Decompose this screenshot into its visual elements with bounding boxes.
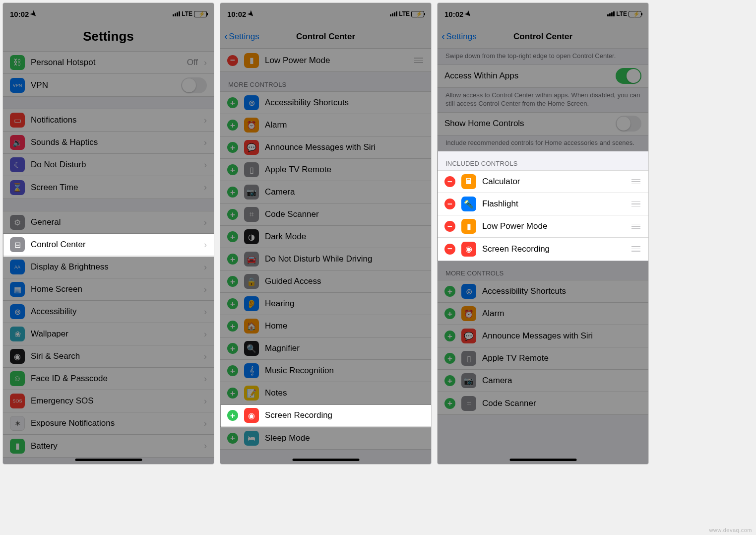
row-display-brightness[interactable]: AADisplay & Brightness›	[3, 256, 214, 278]
add-button[interactable]: +	[227, 254, 238, 265]
row-notifications[interactable]: ▭Notifications›	[3, 109, 214, 132]
row-sounds-haptics[interactable]: 🔉Sounds & Haptics›	[3, 132, 214, 154]
add-button[interactable]: +	[227, 142, 238, 153]
row-label: Sleep Mode	[265, 433, 424, 443]
add-button[interactable]: +	[227, 120, 238, 131]
row-emergency-sos[interactable]: SOSEmergency SOS›	[3, 390, 214, 412]
add-button[interactable]: +	[227, 388, 238, 399]
row-screen-recording[interactable]: +◉Screen Recording	[220, 404, 431, 427]
drag-handle-icon[interactable]	[630, 201, 641, 207]
row-alarm[interactable]: +⏰Alarm	[438, 303, 648, 325]
row-face-id-passcode[interactable]: ☺Face ID & Passcode›	[3, 368, 214, 390]
row-dark-mode[interactable]: +◑Dark Mode	[220, 226, 431, 248]
row-accessibility-shortcuts[interactable]: +⊚Accessibility Shortcuts	[438, 280, 648, 303]
row-announce-messages-siri[interactable]: +💬Announce Messages with Siri	[438, 325, 648, 347]
status-time: 10:02	[227, 10, 246, 18]
row-wallpaper[interactable]: ❀Wallpaper›	[3, 323, 214, 345]
row-do-not-disturb[interactable]: ☾Do Not Disturb›	[3, 154, 214, 176]
row-code-scanner[interactable]: +⌗Code Scanner	[220, 203, 431, 226]
toggle[interactable]	[616, 116, 641, 132]
home-indicator[interactable]	[292, 459, 359, 461]
row-label: Announce Messages with Siri	[482, 331, 641, 341]
back-button[interactable]: ‹ Settings	[224, 25, 259, 48]
row-code-scanner[interactable]: +⌗Code Scanner	[438, 392, 648, 414]
add-button[interactable]: +	[444, 286, 455, 297]
add-button[interactable]: +	[227, 97, 238, 108]
add-button[interactable]: +	[444, 398, 455, 409]
row-announce-messages-siri[interactable]: +💬Announce Messages with Siri	[220, 136, 431, 159]
add-button[interactable]: +	[227, 365, 238, 376]
row-accessibility[interactable]: ⊚Accessibility›	[3, 301, 214, 323]
add-button[interactable]: +	[227, 231, 238, 242]
chevron-right-icon: ›	[204, 137, 207, 148]
row-do-not-disturb-driving[interactable]: +🚘Do Not Disturb While Driving	[220, 248, 431, 270]
add-button[interactable]: +	[227, 343, 238, 354]
back-button[interactable]: ‹ Settings	[441, 25, 477, 48]
add-button[interactable]: +	[444, 375, 455, 386]
signal-icon	[607, 11, 615, 16]
remove-button[interactable]: −	[444, 221, 455, 232]
row-guided-access[interactable]: +🔒Guided Access	[220, 270, 431, 293]
row-camera[interactable]: +📷Camera	[220, 181, 431, 203]
row-label: Low Power Mode	[265, 56, 407, 66]
row-vpn[interactable]: VPNVPN	[3, 74, 214, 96]
drag-handle-icon[interactable]	[630, 246, 641, 252]
add-button[interactable]: +	[227, 410, 238, 421]
row-magnifier[interactable]: +🔍Magnifier	[220, 337, 431, 360]
row-hearing[interactable]: +👂Hearing	[220, 293, 431, 315]
drag-handle-icon[interactable]	[630, 224, 641, 229]
code-scanner-icon: ⌗	[461, 396, 476, 411]
add-button[interactable]: +	[444, 308, 455, 319]
section-header: MORE CONTROLS	[220, 72, 431, 91]
row-access-within-apps[interactable]: Access Within Apps	[438, 65, 648, 87]
row-screen-recording[interactable]: −◉Screen Recording	[438, 238, 648, 260]
add-button[interactable]: +	[227, 187, 238, 198]
drag-handle-icon[interactable]	[413, 58, 424, 63]
row-show-home-controls[interactable]: Show Home Controls	[438, 113, 648, 135]
toggle[interactable]	[616, 68, 641, 84]
row-alarm[interactable]: +⏰Alarm	[220, 114, 431, 136]
add-button[interactable]: +	[227, 164, 238, 175]
row-camera[interactable]: +📷Camera	[438, 370, 648, 392]
row-general[interactable]: ⚙General›	[3, 211, 214, 234]
add-button[interactable]: +	[227, 209, 238, 220]
row-control-center[interactable]: ⊟Control Center›	[3, 234, 214, 256]
apple-tv-remote-icon: ▯	[244, 162, 259, 177]
row-apple-tv-remote[interactable]: +▯Apple TV Remote	[220, 159, 431, 181]
add-button[interactable]: +	[227, 276, 238, 287]
add-button[interactable]: +	[227, 321, 238, 332]
row-battery[interactable]: ▮Battery›	[3, 435, 214, 457]
row-siri-search[interactable]: ◉Siri & Search›	[3, 345, 214, 368]
chevron-right-icon: ›	[204, 441, 207, 451]
toggle[interactable]	[181, 77, 207, 93]
remove-button[interactable]: −	[444, 176, 455, 187]
add-button[interactable]: +	[444, 353, 455, 364]
status-time: 10:02	[10, 10, 29, 18]
screen-settings: 10:02 ➤ LTE ⚡ Settings ⛓Personal Hotspot…	[2, 2, 214, 465]
row-low-power-mode[interactable]: −▮Low Power Mode	[438, 215, 648, 238]
row-home-screen[interactable]: ▦Home Screen›	[3, 278, 214, 301]
row-accessibility-shortcuts[interactable]: +⊚Accessibility Shortcuts	[220, 92, 431, 114]
remove-button[interactable]: −	[444, 244, 455, 255]
row-personal-hotspot[interactable]: ⛓Personal HotspotOff›	[3, 52, 214, 74]
row-apple-tv-remote[interactable]: +▯Apple TV Remote	[438, 347, 648, 370]
add-button[interactable]: +	[227, 433, 238, 444]
remove-button[interactable]: −	[444, 199, 455, 209]
row-low-power-mode[interactable]: −▮Low Power Mode	[220, 49, 431, 71]
home-indicator[interactable]	[509, 459, 576, 461]
row-label: Flashlight	[482, 199, 625, 209]
drag-handle-icon[interactable]	[630, 179, 641, 185]
row-screen-time[interactable]: ⌛Screen Time›	[3, 176, 214, 199]
chevron-right-icon: ›	[204, 396, 207, 406]
remove-button[interactable]: −	[227, 55, 238, 66]
home-indicator[interactable]	[75, 459, 142, 461]
add-button[interactable]: +	[444, 331, 455, 341]
row-flashlight[interactable]: −🔦Flashlight	[438, 193, 648, 215]
row-music-recognition[interactable]: +𝄞Music Recognition	[220, 360, 431, 382]
row-calculator[interactable]: −🖩Calculator	[438, 171, 648, 193]
row-exposure-notifications[interactable]: ✶Exposure Notifications›	[3, 412, 214, 435]
add-button[interactable]: +	[227, 298, 238, 309]
row-sleep-mode[interactable]: +🛏Sleep Mode	[220, 427, 431, 449]
row-home[interactable]: +🏠Home	[220, 315, 431, 337]
row-notes[interactable]: +📝Notes	[220, 382, 431, 404]
